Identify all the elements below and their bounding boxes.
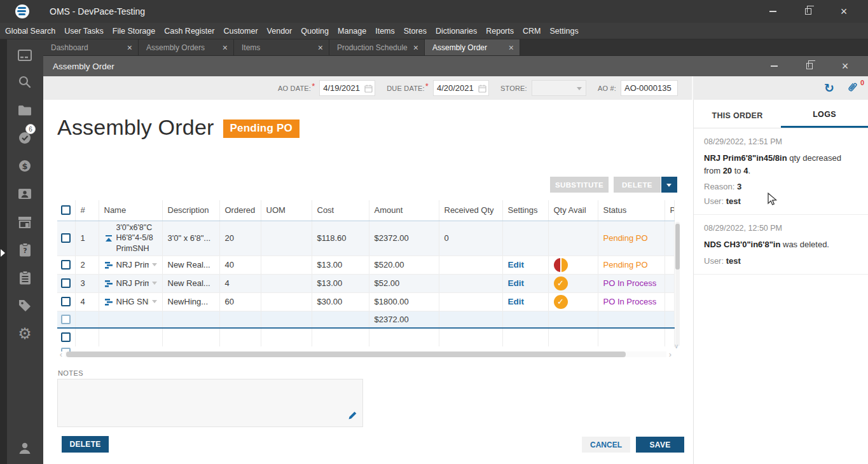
inner-minimize-button[interactable]	[756, 56, 792, 76]
substitute-button[interactable]: SUBSTITUTE	[550, 177, 609, 193]
item-description: New Real...	[162, 256, 219, 274]
log-message: NRJ Prim6'8"in45/8in qty decreased from …	[704, 152, 858, 177]
menu-vendor[interactable]: Vendor	[263, 23, 297, 39]
qty-avail-ok-icon[interactable]: ✓	[554, 295, 568, 309]
tag-icon[interactable]	[15, 296, 34, 315]
menu-customer[interactable]: Customer	[219, 23, 262, 39]
tasks-done-icon[interactable]: 6	[15, 128, 34, 147]
table-vertical-scrollbar[interactable]	[675, 222, 680, 346]
row-status: Pending PO	[598, 256, 665, 274]
tab-close-icon[interactable]: ×	[413, 43, 418, 52]
row-checkbox	[61, 315, 71, 324]
calendar-icon[interactable]	[478, 84, 486, 95]
menu-crm[interactable]: CRM	[518, 23, 545, 39]
chevron-down-icon[interactable]	[152, 263, 157, 266]
select-all-checkbox[interactable]	[61, 205, 71, 215]
edit-settings-link[interactable]: Edit	[508, 278, 525, 288]
menu-dictionaries[interactable]: Dictionaries	[431, 23, 481, 39]
tab-assembly-order[interactable]: Assembly Order×	[425, 39, 520, 55]
edit-settings-link[interactable]: Edit	[508, 297, 525, 306]
tab-assembly-orders[interactable]: Assembly Orders×	[139, 39, 234, 55]
window-title: OMS - DevPace-Testing	[50, 6, 145, 17]
item-description: NewHing...	[162, 292, 219, 311]
delete-rows-button[interactable]: DELETE	[614, 177, 661, 193]
minimize-button[interactable]	[755, 0, 790, 23]
item-name[interactable]: 3'0"x6'8"CH6'8"4-5/8PrimSNH	[116, 222, 157, 254]
row-checkbox[interactable]	[61, 278, 71, 288]
row-checkbox[interactable]	[61, 332, 71, 342]
tab-close-icon[interactable]: ×	[127, 43, 132, 52]
scroll-left-icon[interactable]: ‹	[57, 350, 65, 358]
item-name[interactable]: NRJ Prim6'8"in45/8in	[116, 260, 149, 270]
item-name[interactable]: NRJ Prim6'8"in45/8in	[116, 278, 149, 288]
edit-settings-link[interactable]: Edit	[508, 260, 525, 270]
scroll-right-icon[interactable]: ›	[666, 350, 674, 358]
inner-restore-button[interactable]	[792, 56, 827, 76]
dashboard-icon[interactable]	[15, 46, 34, 65]
collapse-item-icon[interactable]	[104, 234, 113, 243]
cancel-button[interactable]: CANCEL	[582, 437, 630, 453]
scroll-down-icon[interactable]: ∨	[674, 343, 679, 350]
tab-close-icon[interactable]: ×	[318, 43, 323, 52]
qty-avail-partial-icon[interactable]	[554, 258, 568, 272]
search-icon[interactable]	[15, 72, 34, 92]
tab-close-icon[interactable]: ×	[509, 43, 514, 52]
inner-close-button[interactable]: ×	[827, 56, 863, 76]
inner-window-titlebar: Assembly Order ×	[43, 56, 868, 76]
ao-number-input[interactable]	[621, 80, 678, 96]
calendar-icon[interactable]	[364, 84, 373, 95]
tab-this-order[interactable]: THIS ORDER	[694, 103, 781, 128]
chevron-down-icon[interactable]	[152, 300, 157, 303]
user-icon[interactable]	[15, 439, 34, 458]
notes-textarea[interactable]	[58, 379, 362, 426]
row-checkbox[interactable]	[61, 233, 71, 243]
delete-dropdown-button[interactable]	[661, 177, 677, 193]
store-select[interactable]	[532, 80, 586, 96]
delete-order-button[interactable]: DELETE	[62, 436, 109, 453]
save-button[interactable]: SAVE	[636, 437, 684, 453]
menu-file-storage[interactable]: File Storage	[108, 23, 160, 39]
menu-settings[interactable]: Settings	[545, 23, 582, 39]
tab-close-icon[interactable]: ×	[223, 43, 228, 52]
attachments-count: 0	[860, 79, 864, 86]
menu-quoting[interactable]: Quoting	[296, 23, 333, 39]
page-title: Assembly Order Pending PO	[57, 115, 300, 140]
settings-gear-icon[interactable]: ⚙	[15, 324, 34, 343]
row-status: PO In Process	[598, 274, 665, 292]
sidebar-expand-handle[interactable]	[1, 249, 5, 257]
tab-dashboard[interactable]: Dashboard×	[43, 39, 139, 55]
menu-user-tasks[interactable]: User Tasks	[60, 23, 108, 39]
menu-manage[interactable]: Manage	[333, 23, 371, 39]
help-clipboard-icon[interactable]: ?	[15, 240, 34, 259]
menu-items[interactable]: Items	[371, 23, 399, 39]
close-button[interactable]: ×	[826, 0, 862, 23]
qty-avail-ok-icon[interactable]: ✓	[554, 276, 568, 290]
contacts-icon[interactable]	[15, 184, 34, 203]
refresh-icon[interactable]: ↻	[824, 82, 834, 94]
edit-pencil-icon[interactable]	[348, 411, 357, 423]
item-name[interactable]: NHG SNH	[116, 297, 149, 306]
restore-button[interactable]	[790, 0, 826, 23]
tab-production-schedule[interactable]: Production Schedule×	[329, 39, 425, 55]
clipboard-list-icon[interactable]	[15, 268, 34, 287]
row-checkbox[interactable]	[61, 260, 71, 270]
menu-stores[interactable]: Stores	[399, 23, 431, 39]
folder-icon[interactable]	[15, 100, 34, 119]
chevron-down-icon[interactable]	[152, 282, 157, 285]
tab-items[interactable]: Items×	[234, 39, 329, 55]
row-checkbox[interactable]	[61, 297, 71, 306]
table-horizontal-scrollbar[interactable]: ‹ ›	[57, 350, 674, 358]
finance-icon[interactable]: $	[15, 156, 34, 175]
attachments-button[interactable]: 0	[847, 81, 858, 95]
order-main-area: Assembly Order Pending PO SUBSTITUTE DEL…	[43, 100, 693, 464]
menu-cash-register[interactable]: Cash Register	[160, 23, 219, 39]
total-amount: $2372.00	[369, 311, 439, 328]
tab-logs[interactable]: LOGS	[781, 103, 868, 128]
log-entry: 08/29/2022, 12:51 PM NRJ Prim6'8"in45/8i…	[694, 128, 868, 215]
hscroll-thumb[interactable]	[66, 351, 626, 357]
table-row: 3 NRJ Prim6'8"in45/8in New Real... 4 $13…	[57, 274, 674, 292]
svg-text:$: $	[22, 161, 27, 171]
menu-reports[interactable]: Reports	[481, 23, 518, 39]
store-icon[interactable]	[15, 212, 34, 231]
menu-global-search[interactable]: Global Search	[1, 23, 60, 39]
